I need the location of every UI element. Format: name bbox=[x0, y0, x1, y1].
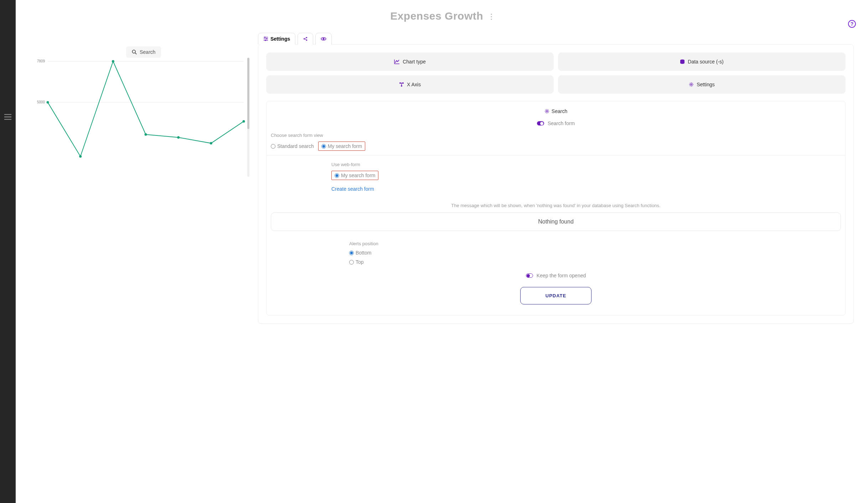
radio-standard-search-label: Standard search bbox=[277, 143, 314, 149]
keep-open-toggle[interactable] bbox=[526, 273, 533, 278]
tab-settings[interactable]: Settings bbox=[258, 33, 295, 45]
svg-point-29 bbox=[691, 84, 692, 85]
svg-point-9 bbox=[145, 133, 147, 136]
nothing-found-hint: The message which will be shown, when 'n… bbox=[271, 203, 841, 208]
svg-point-24 bbox=[323, 38, 325, 40]
search-header-text: Search bbox=[552, 108, 567, 114]
choose-form-label: Choose search form view bbox=[271, 133, 841, 138]
chart-scrollbar-thumb[interactable] bbox=[247, 58, 249, 129]
chart-line-icon bbox=[394, 59, 400, 64]
page-title-text: Expenses Growth bbox=[390, 10, 483, 22]
data-source-label: Data source (-s) bbox=[688, 59, 723, 65]
drag-handle-icon[interactable]: ⋮ bbox=[488, 12, 494, 20]
svg-line-23 bbox=[305, 39, 306, 40]
chart-svg: 50007809 bbox=[33, 58, 247, 179]
line-chart: 50007809 bbox=[33, 58, 247, 179]
data-source-button[interactable]: Data source (-s) bbox=[558, 52, 846, 71]
page-title: Expenses Growth ⋮ bbox=[16, 10, 868, 22]
update-button[interactable]: UPDATE bbox=[520, 287, 591, 304]
radio-alerts-bottom-label: Bottom bbox=[356, 250, 371, 256]
alerts-position-label: Alerts position bbox=[349, 241, 841, 246]
gear-icon bbox=[544, 109, 549, 114]
keep-open-label: Keep the form opened bbox=[537, 273, 586, 278]
tab-share[interactable] bbox=[298, 33, 313, 45]
tabs: Settings bbox=[258, 33, 854, 45]
svg-point-6 bbox=[47, 101, 49, 104]
settings-panel: Chart type Data source (-s) X Axis bbox=[258, 44, 854, 324]
search-icon bbox=[132, 50, 137, 55]
sliders-icon bbox=[263, 36, 268, 41]
radio-use-my-form-label: My search form bbox=[341, 173, 375, 178]
radio-alerts-top-input[interactable] bbox=[349, 260, 354, 265]
svg-point-12 bbox=[243, 120, 245, 123]
svg-point-16 bbox=[264, 37, 266, 38]
radio-use-my-form[interactable]: My search form bbox=[331, 171, 378, 180]
search-config-header: Search bbox=[271, 108, 841, 114]
search-form-toggle-label: Search form bbox=[548, 120, 575, 126]
search-form-toggle-row: Search form bbox=[271, 120, 841, 126]
radio-alerts-bottom[interactable]: Bottom bbox=[349, 250, 841, 256]
gear-icon bbox=[689, 82, 694, 87]
svg-text:7809: 7809 bbox=[37, 59, 45, 63]
svg-line-1 bbox=[135, 53, 136, 54]
svg-point-8 bbox=[112, 60, 114, 63]
svg-text:5000: 5000 bbox=[37, 100, 45, 104]
tab-settings-label: Settings bbox=[270, 36, 290, 42]
axis-icon bbox=[399, 82, 404, 87]
settings-button[interactable]: Settings bbox=[558, 75, 846, 94]
svg-point-10 bbox=[177, 136, 180, 139]
radio-my-search-form-label: My search form bbox=[328, 143, 362, 149]
radio-standard-search[interactable]: Standard search bbox=[271, 143, 314, 149]
help-icon[interactable]: ? bbox=[848, 20, 856, 28]
svg-point-18 bbox=[265, 40, 266, 41]
nothing-found-input[interactable] bbox=[271, 212, 841, 231]
svg-point-0 bbox=[132, 50, 135, 53]
radio-standard-search-input[interactable] bbox=[271, 144, 275, 149]
radio-alerts-bottom-input[interactable] bbox=[349, 251, 354, 255]
x-axis-label: X Axis bbox=[407, 82, 421, 87]
chart-scrollbar[interactable] bbox=[247, 58, 249, 177]
radio-my-search-form-input[interactable] bbox=[321, 144, 326, 149]
search-label: Search bbox=[140, 49, 155, 55]
tab-preview[interactable] bbox=[315, 33, 332, 45]
radio-alerts-top[interactable]: Top bbox=[349, 259, 841, 265]
chart-type-label: Chart type bbox=[403, 59, 426, 65]
svg-point-7 bbox=[79, 155, 82, 158]
radio-use-my-form-input[interactable] bbox=[335, 173, 339, 178]
chart-area: Search 50007809 bbox=[30, 22, 244, 489]
svg-point-30 bbox=[546, 111, 548, 112]
settings-label: Settings bbox=[697, 82, 715, 87]
keep-open-row: Keep the form opened bbox=[271, 273, 841, 278]
chart-type-button[interactable]: Chart type bbox=[266, 52, 554, 71]
eye-icon bbox=[321, 36, 326, 41]
use-web-form-label: Use web-form bbox=[331, 162, 841, 167]
create-search-form-link[interactable]: Create search form bbox=[331, 186, 374, 192]
search-config-panel: Search Search form Choose search form vi… bbox=[266, 101, 846, 315]
sidebar-collapsed bbox=[0, 0, 16, 503]
hamburger-icon[interactable] bbox=[4, 114, 11, 120]
search-button[interactable]: Search bbox=[126, 46, 161, 58]
database-icon bbox=[680, 59, 685, 64]
svg-line-22 bbox=[305, 38, 306, 39]
radio-my-search-form[interactable]: My search form bbox=[318, 142, 365, 151]
svg-point-11 bbox=[210, 142, 212, 144]
svg-point-17 bbox=[266, 38, 268, 40]
search-form-toggle[interactable] bbox=[537, 121, 544, 125]
radio-alerts-top-label: Top bbox=[356, 259, 364, 265]
share-icon bbox=[303, 36, 308, 41]
x-axis-button[interactable]: X Axis bbox=[266, 75, 554, 94]
